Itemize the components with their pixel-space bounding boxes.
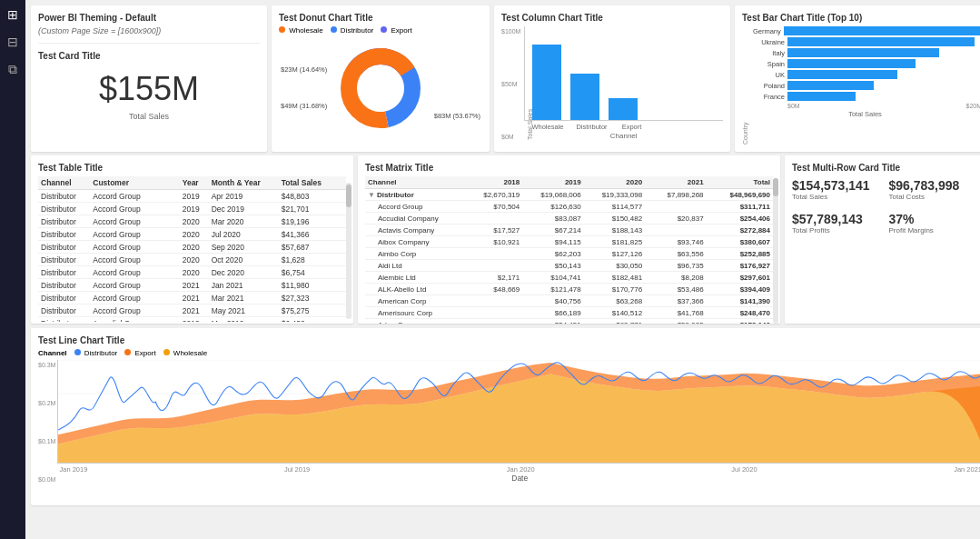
matrix-col-total: Total [707,176,773,189]
matrix-child-row: Aibox Company$10,921$94,115$181,825$93,7… [365,236,773,248]
bar-poland-fill [787,81,874,90]
metric-total-profits-value: $57,789,143 [792,212,886,226]
matrix-scrollbar-thumb[interactable] [773,178,778,196]
line-legend-wholesale: Wholesale [163,349,208,357]
bar-x-axis: $0M $20M [748,103,980,109]
donut-legend: Wholesale Distributor Export [279,26,482,35]
line-x-labels: Jan 2019 Jul 2019 Jan 2020 Jul 2020 Jan … [57,465,980,474]
legend-wholesale: Wholesale [279,26,323,35]
matrix-title: Test Matrix Title [365,163,773,173]
bar-row-germany: Germany [748,26,980,35]
line-distributor-dot [74,349,81,355]
metric-total-profits: $57,789,143 Total Profits [792,212,886,235]
title-card: Power BI Theming - Default (Custom Page … [31,5,267,152]
line-chart-svg [57,360,980,464]
table-row: DistributorAccord Group2020Oct 2020$1,62… [38,254,346,266]
donut-label-right: $83M (53.67%) [434,112,480,120]
metric-total-sales-label: Total Sales [792,193,886,201]
col-total-sales: Total Sales [279,176,346,190]
table-row: DistributorAccord Group2020Sep 2020$57,6… [38,241,346,254]
bar-spain-fill [787,59,916,68]
distributor-dot [331,26,337,33]
col-chart-inner: Total Sales [524,26,723,140]
matrix-child-row: Aimbo Corp$62,203$127,126$63,556$252,885 [365,248,773,260]
bar-chart-card: Test Bar Chart Title (Top 10) Country Ge… [735,5,980,152]
matrix-child-row: Alembic Ltd$2,171$104,741$182,481$8,208$… [365,272,773,284]
bar-row-france: France [748,92,980,101]
table-row: DistributorAccord Group2019Dec 2019$21,7… [38,203,346,215]
donut-svg [335,43,426,134]
table-row: DistributorAccord Group2021May 2021$75,2… [38,304,346,317]
table-title: Test Table Title [38,163,346,173]
matrix-col-2018: 2018 [467,176,522,189]
col-bar-export [609,98,638,120]
col-bars-area [524,26,723,121]
sidebar-icon-table[interactable]: ⊟ [7,35,18,49]
col-customer: Customer [90,176,179,190]
col-bar-wholesale [532,45,561,120]
sidebar: ⊞ ⊟ ⧉ [0,0,25,539]
matrix-scroll[interactable]: Channel 2018 2019 2020 2021 Total ▼Distr… [365,176,773,324]
matrix-col-2020: 2020 [584,176,645,189]
dashboard: ⊞ ⊟ ⧉ Power BI Theming - Default (Custom… [0,0,980,539]
matrix-child-row: Actavis Company$17,527$67,214$188,143$27… [365,225,773,236]
col-channel: Channel [38,176,90,190]
donut-container: $23M (14.64%) $49M (31.68%) $83M (53.67%… [279,38,482,138]
table-row: DistributorAccord Group2020Dec 2020$6,75… [38,266,346,279]
line-legend-channel-label: Channel [38,349,67,357]
col-x-axis-title: Channel [524,132,723,140]
app-subtitle: (Custom Page Size = [1600x900]) [38,26,260,35]
metric-total-costs-value: $96,783,998 [889,178,981,193]
matrix-child-row: Aldi Ltd$50,143$30,050$96,735$176,927 [365,260,773,272]
line-chart-body: $0.3M $0.2M $0.1M $0.0M [38,360,980,483]
col-y-axis-label: Total Sales [527,26,533,140]
column-chart-title: Test Column Chart Title [501,13,723,23]
bottom-row: Test Line Chart Title Channel Distributo… [31,328,980,510]
svg-point-3 [358,65,403,111]
total-sales-label: Total Sales [38,112,260,121]
bar-uk-fill [787,70,897,79]
metric-total-costs-label: Total Costs [889,193,981,201]
matrix-col-2019: 2019 [522,176,583,189]
column-chart-card: Test Column Chart Title $100M $50M $0M T… [494,5,730,152]
legend-export: Export [381,26,411,35]
table-row: DistributorAccord Group2021Jan 2021$11,9… [38,279,346,292]
table-row: DistributorAccord Group2021Mar 2021$27,3… [38,292,346,304]
total-sales-value: $155M [38,70,260,108]
multirow-card: Test Multi-Row Card Title $154,573,141 T… [785,155,980,324]
donut-label-left: $23M (14.64%) $49M (31.68%) [281,65,327,111]
table-row: DistributorAccudial Company2019Mar 2019$… [38,317,346,323]
metric-profit-margins: 37% Profit Margins [889,212,981,235]
scrollbar-track[interactable] [346,183,351,319]
bar-ukraine-fill [787,37,975,46]
matrix-card: Test Matrix Title Channel 2018 2019 2020… [358,155,780,324]
bar-chart-title: Test Bar Chart Title (Top 10) [742,13,980,23]
col-y-labels: $100M $50M $0M [501,26,520,140]
matrix-col-2021: 2021 [645,176,706,189]
table-scroll-area[interactable]: Channel Customer Year Month & Year Total… [38,176,346,322]
matrix-child-row: American Corp$40,756$63,268$37,366$141,3… [365,295,773,307]
table-row: DistributorAccord Group2020Jul 2020$41,3… [38,228,346,241]
main-content: Power BI Theming - Default (Custom Page … [25,0,980,539]
col-bar-wholesale-fill [532,45,561,120]
line-y-labels: $0.3M $0.2M $0.1M $0.0M [38,360,55,483]
sidebar-icon-layers[interactable]: ⧉ [8,62,17,77]
line-export-dot [124,349,131,355]
matrix-child-row: Accudial Company$83,087$150,482$20,837$2… [365,213,773,225]
table-row: DistributorAccord Group2019Apr 2019$48,8… [38,190,346,203]
metric-profit-margins-label: Profit Margins [889,226,981,235]
matrix-parent-row: ▼Distributor$2,670,319$19,068,006$19,333… [365,189,773,201]
col-bar-distributor-fill [570,74,599,120]
matrix-scrollbar-track[interactable] [773,178,778,324]
bar-chart-inner: Country Germany Ukraine Italy [742,26,980,145]
table-row: DistributorAccord Group2020Mar 2020$19,1… [38,215,346,228]
data-table: Channel Customer Year Month & Year Total… [38,176,346,322]
line-wholesale-dot [163,349,170,355]
scrollbar-thumb[interactable] [346,185,351,207]
sidebar-icon-grid[interactable]: ⊞ [7,7,18,22]
metric-total-costs: $96,783,998 Total Costs [889,178,981,201]
matrix-child-row: ALK-Abello Ltd$48,669$121,478$170,776$53… [365,284,773,295]
bar-y-label: Country [742,26,748,145]
matrix-child-row: Amerisourc Corp$66,189$140,512$41,768$24… [365,307,773,319]
bar-france-fill [787,92,856,101]
